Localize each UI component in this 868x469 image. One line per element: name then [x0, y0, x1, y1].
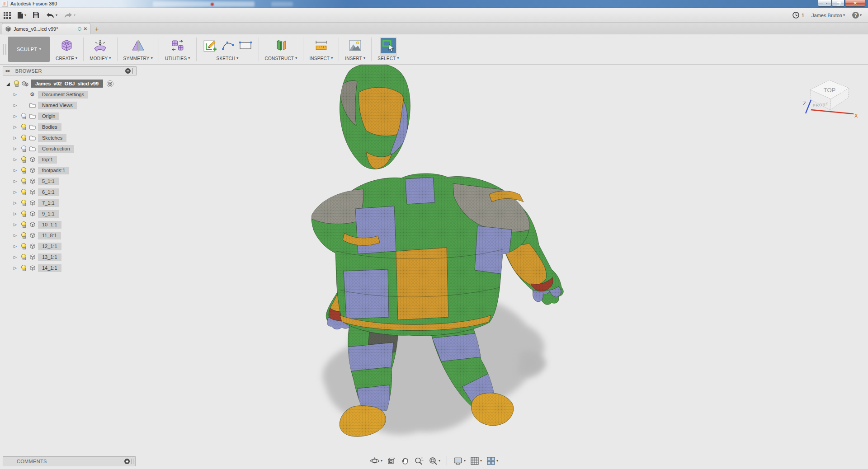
- visibility-bulb-icon[interactable]: [21, 189, 27, 196]
- display-settings-button[interactable]: ▾: [453, 456, 466, 465]
- view-cube[interactable]: TOP FRONT Z X: [800, 69, 859, 124]
- visibility-bulb-icon[interactable]: [21, 145, 27, 152]
- expand-caret-icon[interactable]: ▷: [14, 233, 19, 238]
- rectangle-sketch-icon[interactable]: [238, 40, 253, 53]
- tree-item-label[interactable]: 7_1:1: [38, 199, 59, 207]
- ribbon-group-insert[interactable]: INSERT▾: [339, 36, 371, 63]
- job-status-button[interactable]: 1: [793, 12, 804, 19]
- app-grid-icon[interactable]: [4, 12, 11, 19]
- expand-caret-icon[interactable]: ▷: [14, 168, 19, 173]
- ribbon-group-construct[interactable]: CONSTRUCT▾: [259, 36, 303, 63]
- tree-item[interactable]: ▷ footpads:1: [3, 165, 137, 176]
- tree-item-label[interactable]: 12_1:1: [38, 243, 61, 250]
- tree-item[interactable]: ▷ Origin: [3, 111, 137, 122]
- tree-item-label[interactable]: 10_1:1: [38, 221, 61, 229]
- ribbon-group-utilities[interactable]: UTILITIES▾: [159, 36, 196, 63]
- visibility-bulb-icon[interactable]: [21, 265, 27, 272]
- tree-item[interactable]: ▷ 7_1:1: [3, 197, 137, 208]
- expand-caret-icon[interactable]: ▷: [14, 146, 19, 151]
- tree-item[interactable]: ▷ ⚙ Document Settings: [3, 89, 137, 100]
- expand-caret-icon[interactable]: ▷: [14, 211, 19, 216]
- ribbon-group-select[interactable]: SELECT▾: [372, 36, 405, 63]
- help-menu-button[interactable]: ? ▾: [852, 12, 862, 19]
- save-button[interactable]: [33, 12, 39, 19]
- tree-item-label[interactable]: Origin: [38, 113, 59, 120]
- visibility-bulb-icon[interactable]: [21, 135, 27, 141]
- activate-component-radio[interactable]: [107, 80, 113, 87]
- collapse-panel-icon[interactable]: ◀◀: [5, 69, 9, 73]
- expand-caret-icon[interactable]: ▷: [14, 157, 19, 162]
- expand-caret-icon[interactable]: ▷: [14, 255, 19, 259]
- tab-close-icon[interactable]: ✕: [84, 26, 87, 31]
- expand-caret-icon[interactable]: ▷: [14, 244, 19, 249]
- new-tab-button[interactable]: +: [95, 26, 99, 32]
- visibility-bulb-icon[interactable]: [21, 124, 27, 131]
- tree-item-label[interactable]: 11_8:1: [38, 232, 61, 239]
- expand-caret-icon[interactable]: ▷: [14, 190, 19, 194]
- user-menu-button[interactable]: James Bruton ▾: [811, 13, 845, 18]
- fit-button[interactable]: ▾: [429, 456, 440, 465]
- tree-item[interactable]: ▷ 13_1:1: [3, 252, 137, 263]
- tree-item[interactable]: ▷ top:1: [3, 154, 137, 165]
- minimize-button[interactable]: [818, 0, 831, 7]
- visibility-bulb-icon[interactable]: [21, 113, 27, 120]
- workspace-mode-dropdown[interactable]: SCULPT ▾: [8, 37, 50, 62]
- grid-and-snaps-button[interactable]: ▾: [470, 456, 482, 465]
- ribbon-group-symmetry[interactable]: SYMMETRY▾: [118, 36, 159, 63]
- tree-item-label[interactable]: Sketches: [38, 134, 66, 142]
- tree-item[interactable]: ▷ Sketches: [3, 132, 137, 143]
- visibility-bulb-icon[interactable]: [21, 221, 27, 228]
- tree-item-label[interactable]: 14_1:1: [38, 264, 61, 272]
- tree-item[interactable]: ▷ Bodies: [3, 122, 137, 132]
- tree-item-root[interactable]: ◢ James_v02_OBJ_slicd v99: [3, 78, 137, 89]
- viewports-button[interactable]: ▾: [486, 456, 498, 465]
- tree-item[interactable]: ▷ 11_8:1: [3, 230, 137, 241]
- visibility-bulb-icon[interactable]: [21, 243, 27, 250]
- tree-item-label[interactable]: 6_1:1: [38, 188, 59, 196]
- visibility-bulb-icon[interactable]: [21, 232, 27, 239]
- tree-item-label[interactable]: 9_1:1: [38, 210, 59, 218]
- expand-caret-icon[interactable]: ▷: [14, 266, 19, 270]
- expand-caret-icon[interactable]: ▷: [14, 201, 19, 205]
- tree-item-label[interactable]: James_v02_OBJ_slicd v99: [31, 80, 103, 88]
- tree-item-label[interactable]: Named Views: [38, 102, 77, 109]
- expand-caret-icon[interactable]: ▷: [14, 222, 19, 227]
- minimize-panel-icon[interactable]: [125, 68, 131, 74]
- panel-grip-icon[interactable]: [132, 68, 134, 74]
- tree-item[interactable]: ▷ Construction: [3, 143, 137, 154]
- visibility-bulb-icon[interactable]: [21, 211, 27, 217]
- expand-caret-icon[interactable]: ▷: [14, 125, 19, 129]
- tree-item-label[interactable]: Construction: [38, 145, 74, 153]
- ribbon-group-sketch[interactable]: SKETCH▾: [197, 36, 259, 63]
- viewcube-top-label[interactable]: TOP: [824, 87, 836, 94]
- tree-item-label[interactable]: footpads:1: [38, 167, 69, 174]
- spline-icon[interactable]: [221, 40, 235, 53]
- expand-comments-icon[interactable]: [124, 459, 130, 464]
- visibility-bulb-icon[interactable]: [14, 80, 19, 87]
- tree-item-label[interactable]: 5_1:1: [38, 178, 59, 185]
- panel-grip-icon[interactable]: [132, 459, 133, 464]
- toolbar-grip-handle[interactable]: [3, 44, 6, 55]
- browser-header[interactable]: ◀◀ BROWSER: [3, 66, 137, 75]
- tree-item[interactable]: ▷ Named Views: [3, 100, 137, 111]
- zoom-button[interactable]: [414, 456, 424, 465]
- expand-caret-icon[interactable]: ▷: [14, 92, 19, 97]
- undo-button[interactable]: ▾: [46, 12, 57, 19]
- pan-button[interactable]: [401, 456, 410, 465]
- comments-panel[interactable]: COMMENTS: [3, 456, 136, 466]
- tree-item[interactable]: ▷ 14_1:1: [3, 263, 137, 273]
- expand-caret-icon[interactable]: ▷: [14, 136, 19, 140]
- document-tab[interactable]: James_v0...icd v99* ✕: [2, 23, 90, 34]
- file-menu-button[interactable]: ▾: [17, 12, 26, 19]
- tree-item[interactable]: ▷ 6_1:1: [3, 187, 137, 197]
- visibility-bulb-icon[interactable]: [21, 254, 27, 261]
- visibility-bulb-icon[interactable]: [21, 178, 27, 185]
- tree-item-label[interactable]: Bodies: [38, 123, 61, 131]
- look-at-button[interactable]: [387, 456, 396, 465]
- expand-caret-icon[interactable]: ◢: [6, 81, 12, 86]
- expand-caret-icon[interactable]: ▷: [14, 179, 19, 183]
- create-sketch-icon[interactable]: [203, 38, 217, 55]
- restore-button[interactable]: [832, 0, 844, 7]
- redo-button[interactable]: ▾: [64, 12, 75, 19]
- tree-item[interactable]: ▷ 9_1:1: [3, 208, 137, 219]
